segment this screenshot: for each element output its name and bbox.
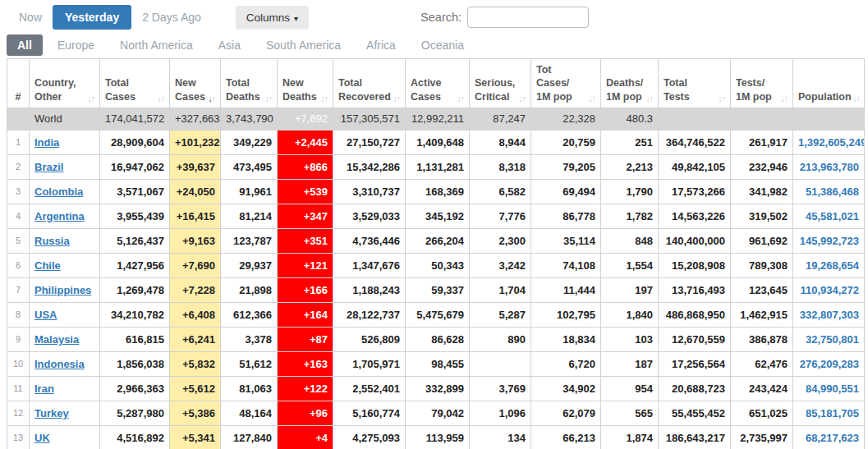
country-link[interactable]: Indonesia [34,358,85,370]
table-row: 12Turkey5,287,980+5,38648,164+965,160,77… [7,401,865,425]
cell-total_tests: 186,643,217 [659,425,731,449]
cell-total_recovered: 5,160,774 [333,401,406,425]
cell-country: Malaysia [30,327,100,351]
cell-active_cases: 5,475,679 [406,302,470,327]
tab-africa[interactable]: Africa [356,34,406,56]
cell-rank: 5 [7,228,30,253]
table-row: 13UK4,516,892+5,341127,840+44,275,093113… [7,425,865,449]
cell-deaths_1m: 103 [601,327,659,351]
tab-north-america[interactable]: North America [109,34,204,56]
table-row: 11Iran2,966,363+5,61281,063+1222,552,401… [7,376,865,401]
tab-europe[interactable]: Europe [47,34,105,56]
cell-serious_critical: 8,318 [470,154,531,179]
cell-tests_1m: 1,462,915 [731,302,793,327]
cell-country: Chile [30,253,100,277]
cell-tot_cases_1m: 62,079 [531,401,601,425]
cell-new_cases: +7,228 [170,277,221,302]
country-link[interactable]: Colombia [34,186,83,198]
cell-population: 84,990,551 [793,376,865,401]
cell-deaths_1m: 197 [601,277,659,302]
cell-country: Brazil [30,154,100,179]
cell-tests_1m: 232,946 [731,154,793,179]
cell-tests_1m [731,108,793,130]
cell-population: 51,386,468 [793,179,865,204]
tab-asia[interactable]: Asia [208,34,251,56]
cell-deaths_1m: 251 [601,130,659,154]
sort-both-icon: ↓↑ [86,94,95,103]
country-link[interactable]: India [34,136,59,149]
cell-tot_cases_1m: 11,444 [531,277,601,302]
country-link[interactable]: Argentina [34,210,85,222]
country-link[interactable]: Russia [34,235,70,247]
cell-deaths_1m: 2,213 [601,154,659,179]
col-header-country[interactable]: Country, Other↓↑ [30,59,100,108]
table-body: World174,041,572+327,6633,743,790+7,6921… [7,108,865,449]
col-header-total_cases[interactable]: Total Cases↓↑ [100,59,170,108]
cell-total_recovered: 4,736,446 [333,228,406,253]
sort-both-icon: ↓↑ [645,94,654,103]
country-link[interactable]: Iran [34,383,54,395]
cell-new_cases: +24,050 [170,179,221,204]
continent-tabs: AllEuropeNorth AmericaAsiaSouth AmericaA… [0,33,868,58]
search-input[interactable] [467,7,589,28]
search-area: Search: [420,7,589,28]
cell-total_cases: 2,966,363 [100,376,170,401]
col-header-label: New Cases [175,76,205,103]
country-link[interactable]: Brazil [34,161,63,173]
col-header-total_tests[interactable]: Total Tests↓↑ [659,59,731,108]
cell-country: India [30,130,100,154]
cell-country: Turkey [30,401,100,425]
country-link[interactable]: Chile [34,259,61,272]
cell-population: 213,963,780 [793,154,865,179]
col-header-label: Population [798,90,852,103]
col-header-rank: # [7,59,30,108]
caret-down-icon: ▾ [294,14,298,23]
cell-serious_critical: 2,300 [470,228,531,253]
country-link[interactable]: USA [34,309,57,321]
sort-both-icon: ↓↑ [156,94,165,103]
col-header-new_deaths[interactable]: New Deaths↓↑ [278,59,333,108]
now-button[interactable]: Now [11,6,50,29]
col-header-deaths_1m[interactable]: Deaths/ 1M pop↓↑ [601,59,659,108]
cell-total_tests: 20,688,723 [659,376,731,401]
cell-new_deaths: +166 [278,277,333,302]
cell-serious_critical: 1,704 [470,277,531,302]
col-header-new_cases[interactable]: New Cases↓↑ [170,59,221,108]
cell-rank: 8 [7,302,30,327]
tab-all[interactable]: All [7,34,43,56]
columns-dropdown-button[interactable]: Columns▾ [236,6,309,30]
col-header-tot_cases_1m[interactable]: Tot Cases/ 1M pop↓↑ [531,59,601,108]
cell-tests_1m: 789,308 [731,253,793,277]
cell-total_cases: 616,815 [100,327,170,351]
yesterday-button[interactable]: Yesterday [53,5,131,30]
col-header-label: # [16,90,21,103]
cell-serious_critical: 1,096 [470,401,531,425]
cell-population: 145,992,723 [793,228,865,253]
cell-country: UK [30,425,100,449]
cell-tests_1m: 243,424 [731,376,793,401]
tab-south-america[interactable]: South America [255,34,351,56]
col-header-tests_1m[interactable]: Tests/ 1M pop↓↑ [731,59,793,108]
cell-new_cases: +6,241 [170,327,221,351]
col-header-label: Total Cases [105,76,135,103]
sort-both-icon: ↓↑ [717,94,726,103]
col-header-active_cases[interactable]: Active Cases↓↑ [406,59,470,108]
country-link[interactable]: Philippines [34,284,91,296]
cell-total_deaths: 21,898 [221,277,278,302]
col-header-population[interactable]: Population↓↑ [793,59,865,108]
cell-tests_1m: 319,502 [731,204,793,228]
cell-total_recovered: 28,122,737 [333,302,406,327]
sort-both-icon: ↓↑ [517,94,526,103]
col-header-total_deaths[interactable]: Total Deaths↓↑ [221,59,278,108]
country-link[interactable]: Turkey [34,407,69,419]
col-header-total_recovered[interactable]: Total Recovered↓↑ [333,59,406,108]
country-link[interactable]: Malaysia [34,333,79,346]
country-link[interactable]: UK [34,432,50,444]
cell-new_deaths: +351 [278,228,333,253]
cell-total_cases: 34,210,782 [100,302,170,327]
two-days-ago-button[interactable]: 2 Days Ago [134,6,209,29]
cell-tests_1m: 261,917 [731,130,793,154]
tab-oceania[interactable]: Oceania [411,34,475,56]
cell-total_cases: 1,427,956 [100,253,170,277]
col-header-serious_critical[interactable]: Serious, Critical↓↑ [470,59,531,108]
